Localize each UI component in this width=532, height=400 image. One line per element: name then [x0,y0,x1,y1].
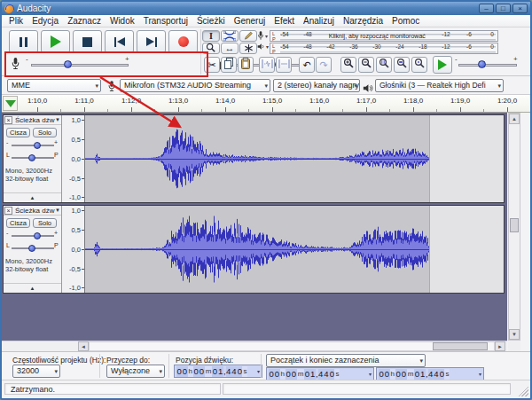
record-volume-thumb[interactable] [64,60,72,68]
multi-tool-button[interactable] [239,43,257,54]
snap-to-select[interactable]: Wyłączone▾ [106,365,165,378]
scroll-right-button[interactable]: ► [495,341,505,351]
redo-button[interactable]: ↷ [316,57,332,73]
recording-device-select[interactable]: Mikrofon (STM32 AUDIO Streaming▾ [120,79,270,92]
track-workspace[interactable]: × Ścieżka dźw ▼ Cisza Solo - + L P Mono,… [2,113,507,341]
track-collapse-button[interactable]: ▲ [4,192,61,202]
selection-end-field[interactable]: 00h00m01,440s▾ [376,367,484,380]
menu-pomoc[interactable]: Pomoc [387,16,424,26]
scrollbar-corner [508,341,520,351]
mute-button[interactable]: Cisza [6,128,30,137]
resize-grip[interactable] [518,386,528,396]
track-menu-arrow-icon[interactable]: ▼ [55,117,60,122]
gain-slider[interactable] [12,235,54,237]
pause-button[interactable] [9,30,38,53]
track-menu-arrow-icon[interactable]: ▼ [55,208,60,213]
track-close-button[interactable]: × [4,207,12,215]
record-volume-slider[interactable] [31,64,129,67]
vertical-scroll-thumb[interactable] [510,218,519,232]
minimize-button[interactable]: – [479,4,494,13]
menu-efekt[interactable]: Efekt [270,16,299,26]
project-rate-select[interactable]: 32000▾ [12,365,60,378]
pan-thumb[interactable] [28,245,35,252]
title-bar[interactable]: Audacity – □ × [2,2,530,15]
zoom-tool-button[interactable] [202,43,220,54]
undo-button[interactable]: ↶ [299,57,315,73]
cut-button[interactable]: ✂ [204,57,220,73]
ruler-tick [37,107,38,112]
menu-analizuj[interactable]: Analizuj [299,16,339,26]
zoom-toggle-button[interactable] [411,57,427,73]
recording-channels-select[interactable]: 2 (stereo) kanały nagrywa▾ [273,79,360,92]
scroll-down-button[interactable]: ▼ [509,329,520,340]
gain-thumb[interactable] [34,142,41,149]
playback-meter-speaker-icon[interactable]: ▾ [257,43,269,51]
timeline-pin-box[interactable] [3,96,18,111]
skip-to-end-button[interactable] [137,30,166,53]
zoom-in-button[interactable] [340,57,356,73]
menu-generuj[interactable]: Generuj [230,16,270,26]
scroll-up-button[interactable]: ▲ [509,114,520,124]
record-button[interactable] [168,30,198,53]
maximize-button[interactable]: □ [496,4,511,13]
menu-transportuj[interactable]: Transportuj [139,16,192,26]
selection-mode-select[interactable]: Początek i koniec zaznaczenia▾ [266,354,426,367]
selection-start-field[interactable]: 00h00m01,440s▾ [266,367,374,380]
input-device-mic-icon [107,80,116,96]
meter-tick-label: -36 [349,43,357,50]
play-at-speed-button[interactable] [433,56,452,74]
audio-host-select[interactable]: MME▾ [7,79,101,92]
play-speed-slider[interactable] [458,64,517,67]
play-speed-thumb[interactable] [478,60,486,68]
menu-zaznacz[interactable]: Zaznacz [63,16,106,26]
track-collapse-button[interactable]: ▲ [4,283,61,293]
monitor-hint-text[interactable]: Kliknij, aby rozpocząć monitorować [329,33,426,39]
menu-narzedzia[interactable]: Narzędzia [339,16,387,26]
time-shift-tool-button[interactable]: ↔ [221,43,239,54]
copy-button[interactable] [221,57,237,73]
menu-plik[interactable]: Plik [4,16,27,26]
scroll-left-button[interactable]: ◄ [78,341,89,351]
solo-button[interactable]: Solo [33,128,57,137]
gain-thumb[interactable] [34,232,41,239]
solo-button[interactable]: Solo [33,218,57,228]
menu-sciezki[interactable]: Ścieżki [192,16,230,26]
envelope-tool-button[interactable] [221,30,239,42]
menu-edycja[interactable]: Edycja [27,16,63,26]
record-meter-mic-icon[interactable]: ▾ [257,30,268,41]
zoom-out-button[interactable] [358,57,374,73]
paste-button[interactable] [238,57,254,73]
horizontal-scroll-thumb[interactable] [433,342,488,350]
stop-button[interactable] [73,30,102,53]
horizontal-scrollbar[interactable]: ◄ ► [2,341,507,351]
recording-meter[interactable]: L P -54 -48 Kliknij, aby rozpocząć monit… [270,30,498,42]
gain-slider[interactable] [12,145,54,146]
audio-position-field[interactable]: 00h00m01,440s▾ [174,365,262,378]
green-pin-triangle-icon [5,100,16,107]
waveform-area[interactable] [85,206,504,293]
silence-audio-button[interactable] [276,57,292,73]
mute-button[interactable]: Cisza [6,218,30,228]
track-name[interactable]: Ścieżka dźw [15,207,54,215]
track-name[interactable]: Ścieżka dźw [15,116,54,124]
track-close-button[interactable]: × [4,116,12,124]
waveform-canvas[interactable] [85,115,504,202]
timeline-ruler[interactable]: 1:10,0 1:11,0 1:12,0 1:13,0 1:14,0 1:15,… [2,95,530,113]
waveform-canvas[interactable] [85,206,504,293]
vertical-scale-ruler[interactable]: 1,0 0,5 0,0 -0,5 -1,0 [62,206,85,293]
zoom-selection-button[interactable] [376,57,392,73]
pan-thumb[interactable] [28,154,35,161]
playback-device-select[interactable]: Głośniki (3 — Realtek High Defi▾ [375,79,504,92]
play-button[interactable] [41,30,70,53]
skip-to-start-button[interactable] [105,30,134,53]
ruler-tick [413,107,414,112]
playback-meter[interactable]: L P -54 -48 -42 -36 -30 -24 -18 -12 -6 0 [270,43,498,54]
vertical-scale-ruler[interactable]: 1,0 0,5 0,0 -0,5 -1,0 [62,115,85,202]
menu-widok[interactable]: Widok [106,16,139,26]
trim-audio-button[interactable] [259,57,275,73]
audio-track-1: × Ścieżka dźw ▼ Cisza Solo - + L P Mono,… [3,114,505,203]
vertical-scrollbar[interactable]: ▲ ▼ [508,113,520,341]
zoom-fit-button[interactable] [394,57,410,73]
close-button[interactable]: × [512,4,528,13]
waveform-area[interactable] [85,115,504,202]
